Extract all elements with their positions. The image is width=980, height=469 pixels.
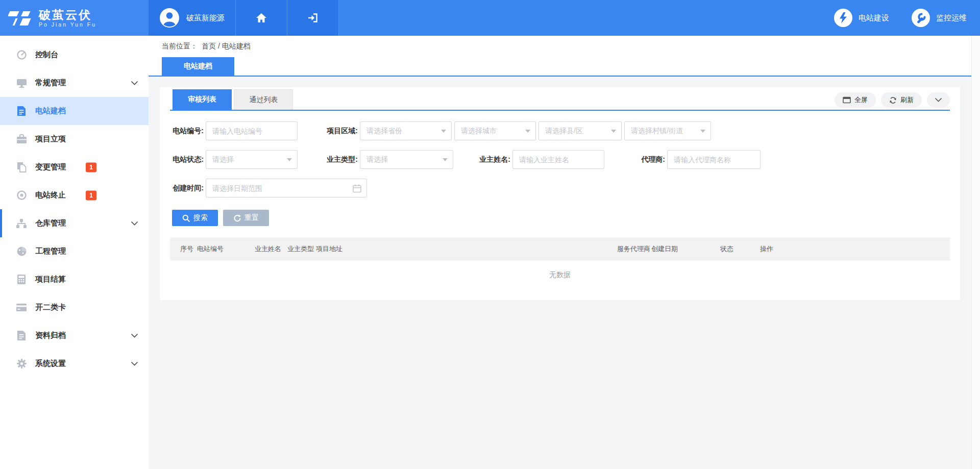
fullscreen-button[interactable]: 全屏 bbox=[835, 92, 876, 108]
agent-label: 代理商: bbox=[631, 155, 665, 164]
dashboard-icon bbox=[15, 50, 28, 60]
station-archive-panel: 审核列表 通过列表 全屏 bbox=[160, 87, 960, 300]
chevron-down-icon bbox=[131, 334, 138, 338]
briefcase-icon bbox=[15, 134, 28, 144]
logo-title: 破茧云伏 bbox=[39, 8, 96, 21]
station-no-label: 电站编号: bbox=[170, 127, 204, 136]
chevron-down-icon bbox=[935, 98, 942, 102]
sidebar-item-change-mgmt[interactable]: 变更管理 1 bbox=[0, 153, 149, 181]
main-area: 当前位置： 首页 / 电站建档 电站建档 审核列表 通过列表 bbox=[149, 36, 971, 469]
gauge-icon bbox=[15, 246, 28, 257]
station-status-label: 电站状态: bbox=[170, 155, 204, 164]
sidebar-item-system-settings[interactable]: 系统设置 bbox=[0, 350, 149, 378]
logout-icon bbox=[307, 12, 318, 23]
column-header: 业主姓名 bbox=[255, 244, 287, 254]
logo-mark-icon bbox=[8, 8, 33, 28]
document-icon bbox=[15, 106, 28, 116]
module-station-build[interactable]: 电站建设 bbox=[834, 9, 889, 27]
archive-file-icon bbox=[15, 330, 28, 341]
agent-input[interactable] bbox=[667, 150, 761, 169]
home-icon bbox=[256, 13, 267, 23]
sidebar: 控制台 常规管理 电站建档 bbox=[0, 36, 149, 469]
station-status-select[interactable]: 请选择 bbox=[206, 150, 298, 169]
sitemap-icon bbox=[15, 218, 28, 229]
logo-subtitle: Po Jian Yun Fu bbox=[39, 21, 96, 28]
copy-icon bbox=[15, 162, 28, 172]
sidebar-item-open-class2-card[interactable]: 开二类卡 bbox=[0, 293, 149, 322]
select-caret-icon bbox=[525, 130, 530, 135]
tab-review-list[interactable]: 审核列表 bbox=[173, 89, 232, 110]
breadcrumb-prefix: 当前位置： bbox=[162, 42, 198, 51]
refresh-button[interactable]: 刷新 bbox=[881, 92, 922, 108]
select-caret-icon bbox=[287, 158, 292, 164]
monitor-icon bbox=[15, 78, 28, 88]
top-header: 破茧云伏 Po Jian Yun Fu 破茧新能源 bbox=[0, 0, 980, 36]
empty-state: 无数据 bbox=[170, 261, 950, 289]
refresh-icon bbox=[889, 96, 897, 104]
content-area: 审核列表 通过列表 全屏 bbox=[149, 77, 971, 469]
station-no-input[interactable] bbox=[206, 121, 298, 140]
tab-passed-list[interactable]: 通过列表 bbox=[234, 89, 293, 110]
panel-tab-bar: 审核列表 通过列表 全屏 bbox=[170, 89, 950, 111]
created-time-label: 创建时间: bbox=[170, 184, 204, 193]
lightning-icon bbox=[834, 9, 852, 27]
notification-badge: 1 bbox=[86, 162, 96, 172]
search-button[interactable]: 搜索 bbox=[172, 210, 218, 226]
fullscreen-icon bbox=[843, 96, 851, 104]
owner-name-label: 业主姓名: bbox=[477, 155, 510, 164]
sidebar-item-project-approval[interactable]: 项目立项 bbox=[0, 125, 149, 153]
wrench-icon bbox=[912, 9, 930, 27]
avatar-icon bbox=[159, 8, 180, 28]
column-header: 业主类型 bbox=[287, 244, 316, 254]
table-header-row: 序号 电站编号 业主姓名 业主类型 项目地址 服务代理商 创建日期 状态 操作 bbox=[170, 237, 950, 261]
owner-type-label: 业主类型: bbox=[324, 155, 358, 164]
card-icon bbox=[15, 303, 28, 312]
select-caret-icon bbox=[443, 158, 448, 164]
collapse-button[interactable] bbox=[927, 92, 950, 108]
sidebar-item-warehouse-mgmt[interactable]: 仓库管理 bbox=[0, 209, 149, 237]
breadcrumb: 当前位置： 首页 / 电站建档 bbox=[149, 36, 971, 57]
results-table: 序号 电站编号 业主姓名 业主类型 项目地址 服务代理商 创建日期 状态 操作 … bbox=[170, 237, 950, 289]
city-select[interactable]: 请选择城市 bbox=[454, 121, 536, 140]
owner-name-input[interactable] bbox=[512, 150, 604, 169]
column-header: 项目地址 bbox=[316, 244, 617, 254]
vertical-scrollbar[interactable] bbox=[971, 36, 980, 469]
date-range-input[interactable] bbox=[206, 179, 367, 198]
reset-button[interactable]: 重置 bbox=[223, 210, 269, 226]
search-icon bbox=[182, 214, 190, 222]
column-header: 创建日期 bbox=[651, 244, 720, 254]
sidebar-item-station-archive[interactable]: 电站建档 bbox=[0, 97, 149, 125]
town-select[interactable]: 请选择村镇/街道 bbox=[624, 121, 711, 140]
calculator-icon bbox=[15, 274, 28, 285]
select-caret-icon bbox=[441, 130, 446, 135]
sidebar-item-engineering-mgmt[interactable]: 工程管理 bbox=[0, 237, 149, 265]
county-select[interactable]: 请选择县/区 bbox=[538, 121, 622, 140]
column-header: 操作 bbox=[760, 244, 950, 254]
company-name: 破茧新能源 bbox=[186, 13, 225, 23]
home-button[interactable] bbox=[236, 0, 287, 36]
select-caret-icon bbox=[611, 130, 616, 135]
chevron-down-icon bbox=[131, 81, 138, 85]
page-tab-station-archive[interactable]: 电站建档 bbox=[162, 57, 234, 76]
chevron-down-icon bbox=[131, 221, 138, 226]
column-header: 服务代理商 bbox=[617, 244, 651, 254]
user-account-button[interactable]: 破茧新能源 bbox=[149, 0, 236, 36]
sidebar-item-general-mgmt[interactable]: 常规管理 bbox=[0, 69, 149, 97]
region-label: 项目区域: bbox=[324, 127, 358, 136]
sidebar-item-data-archive[interactable]: 资料归档 bbox=[0, 322, 149, 350]
province-select[interactable]: 请选择省份 bbox=[360, 121, 452, 140]
record-icon bbox=[15, 190, 28, 201]
calendar-icon bbox=[353, 184, 361, 192]
breadcrumb-path[interactable]: 首页 / 电站建档 bbox=[202, 42, 251, 51]
select-caret-icon bbox=[700, 130, 705, 135]
sidebar-item-console[interactable]: 控制台 bbox=[0, 41, 149, 69]
owner-type-select[interactable]: 请选择 bbox=[360, 150, 453, 169]
column-header: 序号 bbox=[180, 244, 197, 254]
sidebar-item-station-terminate[interactable]: 电站终止 1 bbox=[0, 181, 149, 209]
chevron-down-icon bbox=[131, 362, 138, 366]
filter-form: 电站编号: 项目区域: 请选择省份 请选择城市 请选择县/区 bbox=[170, 111, 950, 198]
module-monitor-ops[interactable]: 监控运维 bbox=[912, 9, 967, 27]
module-label: 监控运维 bbox=[936, 13, 967, 23]
sidebar-item-project-settlement[interactable]: 项目结算 bbox=[0, 265, 149, 293]
logout-button[interactable] bbox=[287, 0, 339, 36]
